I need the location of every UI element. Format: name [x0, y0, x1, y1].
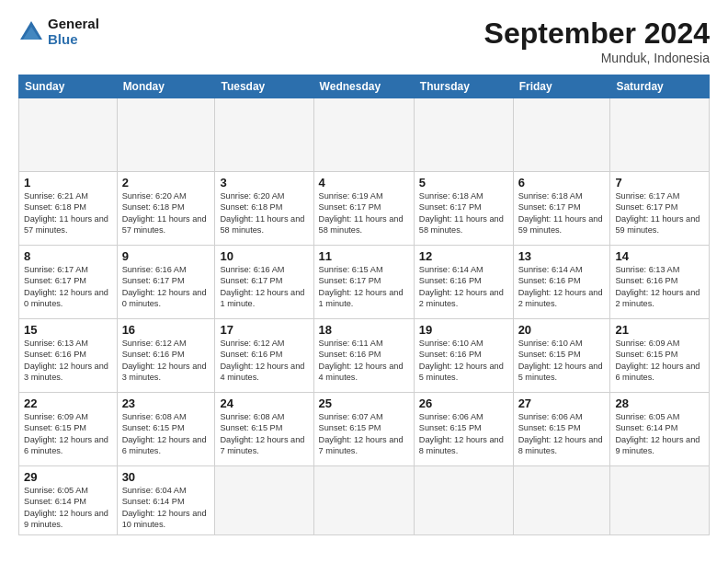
location: Munduk, Indonesia: [484, 51, 710, 65]
table-cell: [513, 466, 610, 535]
day-info: Sunrise: 6:06 AM Sunset: 6:15 PM Dayligh…: [419, 411, 508, 457]
day-number: 23: [122, 396, 210, 410]
day-number: 26: [419, 396, 508, 410]
table-cell: 30Sunrise: 6:04 AM Sunset: 6:14 PM Dayli…: [117, 466, 215, 535]
col-saturday: Saturday: [610, 75, 710, 98]
day-number: 20: [518, 323, 606, 337]
table-cell: 1Sunrise: 6:21 AM Sunset: 6:18 PM Daylig…: [19, 172, 118, 246]
header: General Blue September 2024 Munduk, Indo…: [18, 17, 710, 65]
table-cell: 27Sunrise: 6:06 AM Sunset: 6:15 PM Dayli…: [513, 393, 610, 466]
day-info: Sunrise: 6:18 AM Sunset: 6:17 PM Dayligh…: [518, 190, 606, 236]
day-number: 17: [220, 323, 308, 337]
table-cell: 29Sunrise: 6:05 AM Sunset: 6:14 PM Dayli…: [19, 466, 118, 535]
day-number: 9: [122, 249, 210, 263]
day-number: 30: [122, 470, 210, 484]
table-cell: [313, 98, 414, 172]
day-number: 10: [220, 249, 308, 263]
day-number: 12: [419, 249, 508, 263]
table-cell: [215, 466, 313, 535]
table-cell: [610, 98, 710, 172]
day-info: Sunrise: 6:07 AM Sunset: 6:15 PM Dayligh…: [319, 411, 409, 457]
table-cell: [414, 466, 513, 535]
table-cell: [19, 98, 118, 172]
day-number: 21: [615, 323, 704, 337]
day-number: 5: [419, 176, 508, 190]
table-cell: 20Sunrise: 6:10 AM Sunset: 6:15 PM Dayli…: [513, 319, 610, 393]
day-number: 6: [518, 176, 606, 190]
day-number: 15: [24, 323, 112, 337]
table-cell: 6Sunrise: 6:18 AM Sunset: 6:17 PM Daylig…: [513, 172, 610, 246]
table-cell: 24Sunrise: 6:08 AM Sunset: 6:15 PM Dayli…: [215, 393, 313, 466]
day-number: 4: [319, 176, 409, 190]
month-title: September 2024: [484, 17, 710, 51]
day-number: 28: [615, 396, 704, 410]
table-cell: 10Sunrise: 6:16 AM Sunset: 6:17 PM Dayli…: [215, 246, 313, 319]
table-cell: 5Sunrise: 6:18 AM Sunset: 6:17 PM Daylig…: [414, 172, 513, 246]
day-number: 7: [615, 176, 704, 190]
calendar-header-row: Sunday Monday Tuesday Wednesday Thursday…: [19, 75, 710, 98]
table-cell: 23Sunrise: 6:08 AM Sunset: 6:15 PM Dayli…: [117, 393, 215, 466]
col-tuesday: Tuesday: [215, 75, 313, 98]
day-info: Sunrise: 6:17 AM Sunset: 6:17 PM Dayligh…: [24, 264, 112, 310]
day-info: Sunrise: 6:04 AM Sunset: 6:14 PM Dayligh…: [122, 485, 210, 531]
day-info: Sunrise: 6:13 AM Sunset: 6:16 PM Dayligh…: [615, 264, 704, 310]
table-cell: [313, 466, 414, 535]
day-info: Sunrise: 6:10 AM Sunset: 6:16 PM Dayligh…: [419, 338, 508, 384]
day-info: Sunrise: 6:12 AM Sunset: 6:16 PM Dayligh…: [220, 338, 308, 384]
day-number: 27: [518, 396, 606, 410]
table-cell: 2Sunrise: 6:20 AM Sunset: 6:18 PM Daylig…: [117, 172, 215, 246]
table-cell: [414, 98, 513, 172]
day-number: 14: [615, 249, 704, 263]
table-cell: 15Sunrise: 6:13 AM Sunset: 6:16 PM Dayli…: [19, 319, 118, 393]
table-cell: 8Sunrise: 6:17 AM Sunset: 6:17 PM Daylig…: [19, 246, 118, 319]
day-number: 24: [220, 396, 308, 410]
page: General Blue September 2024 Munduk, Indo…: [0, 0, 728, 563]
col-sunday: Sunday: [19, 75, 118, 98]
table-cell: 17Sunrise: 6:12 AM Sunset: 6:16 PM Dayli…: [215, 319, 313, 393]
day-info: Sunrise: 6:19 AM Sunset: 6:17 PM Dayligh…: [319, 190, 409, 236]
day-number: 8: [24, 249, 112, 263]
table-cell: 16Sunrise: 6:12 AM Sunset: 6:16 PM Dayli…: [117, 319, 215, 393]
table-cell: [513, 98, 610, 172]
logo-text: General Blue: [48, 17, 99, 47]
table-cell: 9Sunrise: 6:16 AM Sunset: 6:17 PM Daylig…: [117, 246, 215, 319]
day-number: 2: [122, 176, 210, 190]
day-info: Sunrise: 6:16 AM Sunset: 6:17 PM Dayligh…: [220, 264, 308, 310]
day-info: Sunrise: 6:06 AM Sunset: 6:15 PM Dayligh…: [518, 411, 606, 457]
day-info: Sunrise: 6:21 AM Sunset: 6:18 PM Dayligh…: [24, 190, 112, 236]
day-number: 1: [24, 176, 112, 190]
table-cell: 7Sunrise: 6:17 AM Sunset: 6:17 PM Daylig…: [610, 172, 710, 246]
day-info: Sunrise: 6:17 AM Sunset: 6:17 PM Dayligh…: [615, 190, 704, 236]
day-info: Sunrise: 6:05 AM Sunset: 6:14 PM Dayligh…: [24, 485, 112, 531]
day-info: Sunrise: 6:11 AM Sunset: 6:16 PM Dayligh…: [319, 338, 409, 384]
table-cell: 11Sunrise: 6:15 AM Sunset: 6:17 PM Dayli…: [313, 246, 414, 319]
table-cell: 21Sunrise: 6:09 AM Sunset: 6:15 PM Dayli…: [610, 319, 710, 393]
day-info: Sunrise: 6:12 AM Sunset: 6:16 PM Dayligh…: [122, 338, 210, 384]
day-info: Sunrise: 6:16 AM Sunset: 6:17 PM Dayligh…: [122, 264, 210, 310]
col-monday: Monday: [117, 75, 215, 98]
col-wednesday: Wednesday: [313, 75, 414, 98]
logo: General Blue: [18, 17, 99, 47]
day-info: Sunrise: 6:08 AM Sunset: 6:15 PM Dayligh…: [220, 411, 308, 457]
day-info: Sunrise: 6:05 AM Sunset: 6:14 PM Dayligh…: [615, 411, 704, 457]
day-info: Sunrise: 6:09 AM Sunset: 6:15 PM Dayligh…: [615, 338, 704, 384]
table-cell: 22Sunrise: 6:09 AM Sunset: 6:15 PM Dayli…: [19, 393, 118, 466]
day-info: Sunrise: 6:14 AM Sunset: 6:16 PM Dayligh…: [419, 264, 508, 310]
table-cell: 12Sunrise: 6:14 AM Sunset: 6:16 PM Dayli…: [414, 246, 513, 319]
day-number: 16: [122, 323, 210, 337]
table-cell: 13Sunrise: 6:14 AM Sunset: 6:16 PM Dayli…: [513, 246, 610, 319]
day-info: Sunrise: 6:10 AM Sunset: 6:15 PM Dayligh…: [518, 338, 606, 384]
day-info: Sunrise: 6:08 AM Sunset: 6:15 PM Dayligh…: [122, 411, 210, 457]
calendar: Sunday Monday Tuesday Wednesday Thursday…: [18, 75, 710, 535]
day-info: Sunrise: 6:18 AM Sunset: 6:17 PM Dayligh…: [419, 190, 508, 236]
logo-icon: [18, 19, 44, 45]
table-cell: 19Sunrise: 6:10 AM Sunset: 6:16 PM Dayli…: [414, 319, 513, 393]
table-cell: 4Sunrise: 6:19 AM Sunset: 6:17 PM Daylig…: [313, 172, 414, 246]
day-number: 11: [319, 249, 409, 263]
table-cell: [610, 466, 710, 535]
day-number: 13: [518, 249, 606, 263]
col-thursday: Thursday: [414, 75, 513, 98]
day-info: Sunrise: 6:20 AM Sunset: 6:18 PM Dayligh…: [122, 190, 210, 236]
day-info: Sunrise: 6:14 AM Sunset: 6:16 PM Dayligh…: [518, 264, 606, 310]
title-area: September 2024 Munduk, Indonesia: [484, 17, 710, 65]
